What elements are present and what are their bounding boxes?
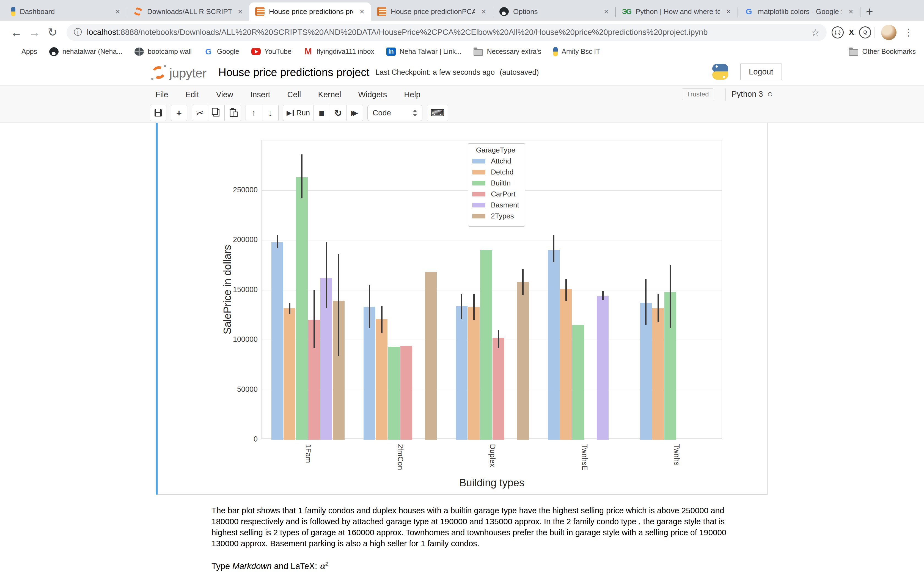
tab-close-icon[interactable]: × — [113, 7, 122, 16]
interrupt-kernel-button[interactable]: ■ — [313, 105, 330, 121]
x-tick-label: Duplex — [488, 444, 497, 467]
bookmark-item-1[interactable]: Apps — [8, 48, 37, 56]
profile-avatar[interactable] — [881, 25, 897, 40]
bookmark-label: Neha Talwar | Link... — [400, 48, 462, 55]
bookmark-item-3[interactable]: bootcamp wall — [134, 48, 192, 56]
tab-divider — [860, 7, 861, 17]
bookmark-item-5[interactable]: YouTube — [251, 48, 291, 55]
paste-cell-button[interactable] — [225, 105, 241, 121]
stop-icon: ■ — [319, 108, 325, 118]
tab-close-icon[interactable]: × — [847, 7, 855, 16]
page-info-icon[interactable]: ⓘ — [74, 27, 82, 38]
extension-q-icon[interactable]: Q — [859, 26, 871, 39]
browser-tab-1[interactable]: Dashboard× — [5, 2, 127, 21]
tab-close-icon[interactable]: × — [236, 7, 244, 16]
back-icon[interactable]: ← — [7, 26, 25, 39]
run-label: Run — [296, 109, 310, 117]
move-cell-up-button[interactable]: ↑ — [246, 105, 262, 121]
error-bar — [670, 265, 671, 328]
legend-swatch — [472, 192, 485, 197]
kernel-idle-icon: ○ — [767, 89, 773, 99]
menu-item-file[interactable]: File — [155, 90, 168, 99]
logout-button[interactable]: Logout — [740, 63, 782, 80]
bookmark-item-4[interactable]: GGoogle — [204, 47, 239, 56]
menu-item-edit[interactable]: Edit — [185, 90, 199, 99]
legend-item: CarPort — [472, 190, 519, 198]
copy-cell-button[interactable] — [208, 105, 225, 121]
browser-tab-2[interactable]: Downloads/ALL R SCRIPTS A× — [127, 2, 249, 21]
bookmark-item-8[interactable]: Necessary extra's — [473, 48, 541, 56]
legend-label: Attchd — [491, 157, 511, 165]
github-icon — [499, 7, 509, 16]
browser-tab-4[interactable]: House price predictionPCA n× — [371, 2, 493, 21]
paste-icon — [229, 109, 236, 117]
bookmark-item-6[interactable]: Mflyingdiva111 inbox — [304, 47, 374, 56]
tab-close-icon[interactable]: × — [724, 7, 733, 16]
extension-x-icon[interactable]: X — [844, 28, 859, 37]
checkpoint-status: Last Checkpoint: a few seconds ago — [375, 68, 495, 77]
legend-swatch — [472, 181, 485, 185]
empty-markdown-cell-prompt[interactable]: Type Markdown and LaTeX: α2 — [212, 561, 329, 571]
url-text[interactable]: localhost:8888/notebooks/Downloads/ALL%2… — [87, 28, 806, 37]
jupyter-logo-icon — [151, 64, 166, 81]
tab-close-icon[interactable]: × — [602, 7, 610, 16]
extension-braces-icon[interactable]: {..} — [832, 26, 844, 39]
bar-BuiltIn-Duplex — [480, 250, 492, 440]
bookmark-item-9[interactable]: Amity Bsc IT — [553, 47, 600, 56]
x-tick-label: TwnhsE — [580, 444, 589, 471]
menu-item-help[interactable]: Help — [404, 90, 420, 99]
restart-run-all-button[interactable]: ▶▶ — [347, 105, 363, 121]
browser-tab-5[interactable]: Options× — [493, 2, 615, 21]
menu-item-kernel[interactable]: Kernel — [318, 90, 341, 99]
error-bar — [369, 285, 370, 328]
browser-tab-7[interactable]: Gmatplotlib colors - Google Se× — [738, 2, 860, 21]
bookmark-item-7[interactable]: inNeha Talwar | Link... — [386, 48, 462, 56]
other-bookmarks-button[interactable]: Other Bookmarks — [849, 48, 916, 56]
notebook-area: 0500001000001500002000002500001Fam2fmCon… — [0, 123, 924, 577]
legend-label: 2Types — [491, 212, 514, 220]
omnibox[interactable]: ⓘ localhost:8888/notebooks/Downloads/ALL… — [66, 24, 827, 41]
bookmark-item-2[interactable]: nehatalwar (Neha... — [49, 47, 123, 56]
browser-navbar: ← → ↻ ⓘ localhost:8888/notebooks/Downloa… — [0, 21, 924, 44]
forward-icon[interactable]: → — [25, 26, 44, 39]
pen-icon — [553, 47, 558, 56]
bar-BuiltIn-1Fam — [296, 177, 308, 440]
jupyter-logo[interactable]: jupyter — [151, 64, 206, 81]
command-palette-button[interactable]: ⌨ — [427, 105, 448, 121]
bookmark-star-icon[interactable]: ☆ — [811, 27, 819, 38]
tab-title: Options — [513, 7, 598, 16]
bar-Basment-TwnhsE — [597, 296, 609, 440]
jupyter-menubar: FileEditViewInsertCellKernelWidgetsHelp — [0, 86, 924, 103]
notebook-title[interactable]: House price predictions project — [218, 66, 369, 79]
error-bar — [657, 294, 659, 322]
tab-close-icon[interactable]: × — [480, 7, 488, 16]
bar-CarPort-2fmCon — [401, 346, 412, 440]
browser-tab-3[interactable]: House price predictions proj× — [249, 2, 371, 21]
menu-item-widgets[interactable]: Widgets — [358, 90, 387, 99]
menu-item-insert[interactable]: Insert — [250, 90, 270, 99]
bar-2Types-Duplex — [517, 282, 529, 440]
reload-icon[interactable]: ↻ — [44, 26, 61, 39]
url-path: :8888/notebooks/Downloads/ALL%20R%20SCRI… — [118, 28, 708, 37]
github-icon — [49, 47, 58, 56]
move-cell-down-button[interactable]: ↓ — [262, 105, 279, 121]
error-bar — [289, 303, 291, 314]
add-cell-button[interactable]: + — [171, 105, 187, 121]
bar-Detchd-2fmCon — [376, 319, 388, 440]
cut-cell-button[interactable]: ✂ — [192, 105, 208, 121]
tab-title: Dashboard — [20, 7, 109, 16]
save-button[interactable] — [150, 105, 166, 121]
browser-menu-icon[interactable]: ⋮ — [900, 27, 917, 38]
cell-type-select[interactable]: Code — [367, 105, 422, 121]
restart-kernel-button[interactable]: ↻ — [330, 105, 347, 121]
nbook-icon — [377, 7, 386, 16]
error-bar — [301, 155, 302, 198]
gmail-icon: M — [304, 47, 313, 56]
menu-item-cell[interactable]: Cell — [288, 90, 301, 99]
new-tab-button[interactable]: + — [866, 5, 873, 18]
menu-item-view[interactable]: View — [216, 90, 233, 99]
tab-close-icon[interactable]: × — [358, 7, 366, 16]
browser-tab-6[interactable]: ЭGPython | How and where to a× — [616, 2, 738, 21]
run-button[interactable]: ▶ Run — [283, 105, 313, 121]
bookmark-label: nehatalwar (Neha... — [62, 48, 123, 55]
